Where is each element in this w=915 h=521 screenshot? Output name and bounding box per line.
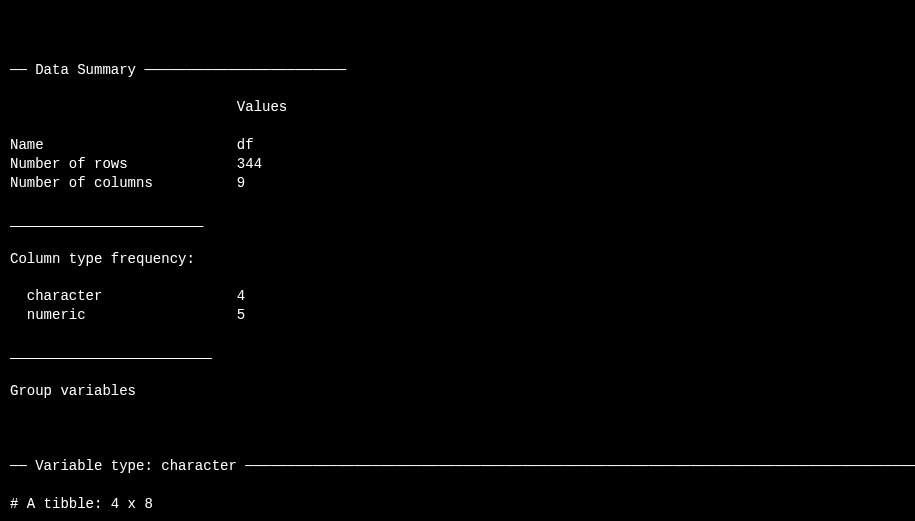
summary-rows: Name dfNumber of rows 344Number of colum… (10, 136, 905, 193)
blank (10, 420, 905, 439)
group-vars: Group variables (10, 382, 905, 401)
ctf-row: character 4 (10, 287, 905, 306)
data-summary-title: ── Data Summary ──────────────────────── (10, 61, 905, 80)
underline-2: ________________________ (10, 344, 905, 363)
summary-row: Number of columns 9 (10, 174, 905, 193)
ctf-rows: character 4 numeric 5 (10, 287, 905, 325)
summary-row: Name df (10, 136, 905, 155)
values-col-header: Values (10, 98, 905, 117)
char-tibble: # A tibble: 4 x 8 (10, 495, 905, 514)
ctf-row: numeric 5 (10, 306, 905, 325)
summary-row: Number of rows 344 (10, 155, 905, 174)
ctf-label: Column type frequency: (10, 250, 905, 269)
char-title: ── Variable type: character ────────────… (10, 457, 905, 476)
underline-1: _______________________ (10, 212, 905, 231)
